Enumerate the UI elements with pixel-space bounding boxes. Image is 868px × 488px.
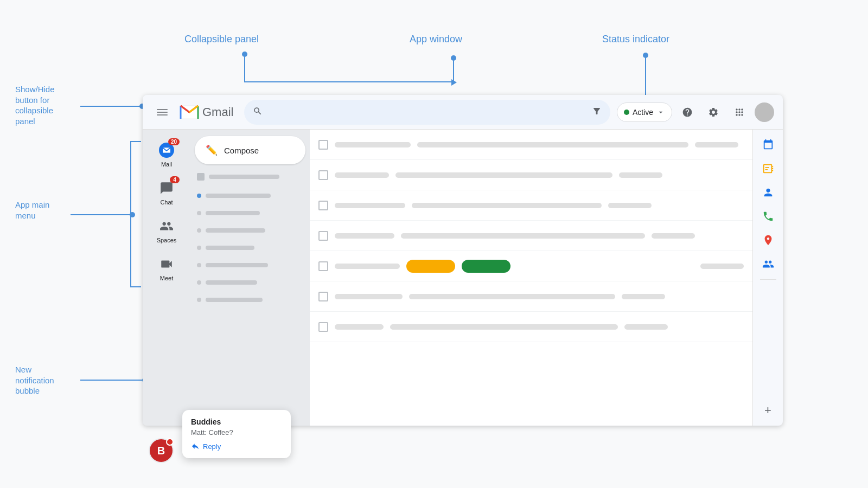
search-input[interactable] xyxy=(268,107,586,117)
email-sender-5 xyxy=(335,264,400,269)
mail-badge: 20 xyxy=(168,138,180,145)
panel-row-8[interactable] xyxy=(195,293,305,306)
panel-row-2[interactable] xyxy=(195,189,305,202)
email-row-2[interactable] xyxy=(310,160,752,190)
compose-pencil-icon: ✏️ xyxy=(206,144,218,156)
user-avatar[interactable] xyxy=(755,102,774,122)
apps-button[interactable] xyxy=(729,101,750,123)
search-filter-icon[interactable] xyxy=(592,106,602,118)
email-checkbox-5[interactable] xyxy=(318,261,328,271)
email-row-5[interactable] xyxy=(310,251,752,281)
status-dot xyxy=(624,110,629,115)
panel-row-bullet-4 xyxy=(197,228,201,233)
nav-item-mail[interactable]: 20 Mail xyxy=(147,136,186,172)
topbar-right: Active xyxy=(617,101,774,123)
email-checkbox-3[interactable] xyxy=(318,201,328,210)
email-checkbox-7[interactable] xyxy=(318,322,328,332)
email-subject-1 xyxy=(417,142,688,147)
panel-row-bullet-6 xyxy=(197,263,201,267)
email-date-1 xyxy=(695,142,738,147)
collapsible-panel: ✏️ Compose xyxy=(190,130,310,426)
nav-chat-icon-wrap: 4 xyxy=(157,178,176,198)
search-icon xyxy=(253,106,263,118)
email-date-2 xyxy=(619,172,662,178)
email-sender-1 xyxy=(335,142,411,147)
status-button[interactable]: Active xyxy=(617,102,672,122)
contacts-app-icon[interactable] xyxy=(757,182,779,203)
notification-reply-button[interactable]: Reply xyxy=(191,442,282,451)
email-row-6[interactable] xyxy=(310,281,752,312)
reply-label: Reply xyxy=(203,442,221,451)
email-subject-2 xyxy=(395,172,612,178)
panel-row-3[interactable] xyxy=(195,207,305,220)
panel-row-icon-1 xyxy=(197,173,205,181)
nav-meet-icon-wrap xyxy=(157,254,176,274)
notification-avatar[interactable]: B xyxy=(149,438,174,463)
email-list-footer xyxy=(310,342,752,375)
svg-rect-2 xyxy=(157,114,168,115)
hamburger-menu-button[interactable] xyxy=(151,101,173,123)
phone-app-icon[interactable] xyxy=(757,206,779,227)
email-sender-4 xyxy=(335,233,394,239)
panel-row-bar-2 xyxy=(206,194,271,198)
gmail-logo: Gmail xyxy=(180,102,233,122)
app-main-menu-annotation: App mainmenu xyxy=(15,200,69,221)
panel-row-1[interactable] xyxy=(195,169,305,185)
collapsible-panel-dot xyxy=(242,52,247,57)
gmail-window: Gmail Active xyxy=(143,95,783,426)
email-checkbox-4[interactable] xyxy=(318,231,328,241)
search-bar[interactable] xyxy=(244,100,610,125)
nav-item-meet[interactable]: Meet xyxy=(147,250,186,286)
app-main-menu-line xyxy=(71,214,131,215)
app-main-menu: 20 Mail 4 Chat xyxy=(143,130,190,426)
email-checkbox-1[interactable] xyxy=(318,140,328,150)
settings-button[interactable] xyxy=(703,101,724,123)
help-button[interactable] xyxy=(676,101,698,123)
email-checkbox-6[interactable] xyxy=(318,292,328,301)
maps-app-icon[interactable] xyxy=(757,229,779,251)
panel-row-bar-4 xyxy=(206,228,265,233)
notification-message: Matt: Coffee? xyxy=(191,428,282,436)
email-tag-yellow xyxy=(406,260,455,273)
calendar-app-icon[interactable] xyxy=(757,134,779,156)
chevron-down-icon xyxy=(656,108,665,117)
tasks-app-icon[interactable] xyxy=(757,158,779,179)
email-date-6 xyxy=(622,294,665,299)
panel-row-6[interactable] xyxy=(195,259,305,272)
compose-button[interactable]: ✏️ Compose xyxy=(195,136,305,164)
email-date-5 xyxy=(700,264,744,269)
panel-row-bullet-2 xyxy=(197,194,201,198)
panel-row-bar-7 xyxy=(206,280,257,285)
panel-row-bar-6 xyxy=(206,263,268,267)
panel-row-7[interactable] xyxy=(195,276,305,289)
email-sender-3 xyxy=(335,203,405,208)
app-window-dot xyxy=(451,55,456,61)
nav-spaces-icon-wrap xyxy=(157,216,176,236)
email-date-4 xyxy=(652,233,695,239)
gmail-body: 20 Mail 4 Chat xyxy=(143,130,783,426)
panel-row-bar-8 xyxy=(206,298,263,302)
email-row-3[interactable] xyxy=(310,190,752,221)
panel-row-bar-3 xyxy=(206,211,260,215)
email-subject-6 xyxy=(409,294,615,299)
people-app-icon[interactable] xyxy=(757,253,779,275)
mail-label: Mail xyxy=(161,161,172,168)
email-subject-7 xyxy=(390,324,618,330)
email-row-4[interactable] xyxy=(310,221,752,251)
right-sidebar: + xyxy=(752,130,783,426)
panel-row-4[interactable] xyxy=(195,224,305,237)
notification-title: Buddies xyxy=(191,418,282,426)
new-notif-line xyxy=(80,380,144,381)
email-row-1[interactable] xyxy=(310,130,752,160)
nav-item-chat[interactable]: 4 Chat xyxy=(147,174,186,210)
email-subject-4 xyxy=(401,233,645,239)
arrow-right xyxy=(451,79,457,86)
panel-row-bar-1 xyxy=(209,175,279,179)
spaces-icon xyxy=(159,219,174,233)
email-list xyxy=(310,130,752,426)
nav-item-spaces[interactable]: Spaces xyxy=(147,212,186,248)
email-checkbox-2[interactable] xyxy=(318,170,328,180)
add-app-button[interactable]: + xyxy=(757,400,779,421)
email-row-7[interactable] xyxy=(310,312,752,342)
panel-row-5[interactable] xyxy=(195,241,305,254)
